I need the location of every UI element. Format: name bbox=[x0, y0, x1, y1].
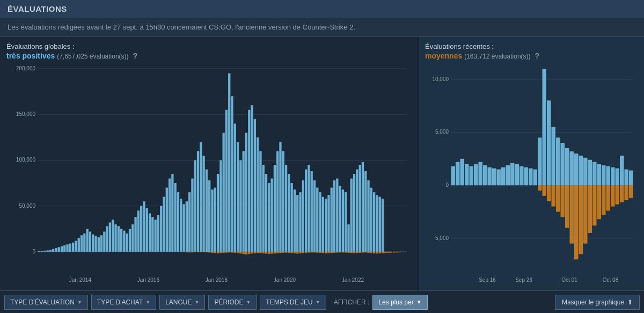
right-help-icon[interactable]: ? bbox=[535, 52, 539, 60]
hide-graph-label: Masquer le graphique bbox=[562, 299, 624, 306]
right-rating-value: moyennes bbox=[425, 52, 462, 60]
filter-type-achat[interactable]: TYPE D'ACHAT ▼ bbox=[91, 295, 156, 310]
sort-dropdown-arrow-icon: ▼ bbox=[416, 299, 422, 305]
footer-bar: TYPE D'ÉVALUATION ▼ TYPE D'ACHAT ▼ LANGU… bbox=[0, 290, 644, 313]
chevron-up-icon: ⬆ bbox=[627, 299, 633, 306]
dropdown-arrow-icon: ▼ bbox=[316, 300, 320, 305]
filter-langue[interactable]: LANGUE ▼ bbox=[159, 295, 205, 310]
sort-select-value: Les plus per bbox=[378, 299, 413, 306]
left-panel-title: Évaluations globales : bbox=[6, 42, 411, 50]
left-panel-rating: très positives (7,657,025 évaluation(s))… bbox=[6, 52, 411, 60]
dropdown-arrow-icon: ▼ bbox=[195, 300, 200, 305]
charts-area: Évaluations globales : très positives (7… bbox=[0, 37, 644, 290]
left-chart-container bbox=[6, 63, 411, 286]
page-title: ÉVALUATIONS bbox=[8, 4, 67, 13]
right-chart-canvas bbox=[425, 63, 638, 286]
filter-periode[interactable]: PÉRIODE ▼ bbox=[208, 295, 257, 310]
left-rating-count: (7,657,025 évaluation(s)) bbox=[57, 53, 128, 60]
main-container: ÉVALUATIONS Les évaluations rédigées ava… bbox=[0, 0, 644, 313]
filter-type-evaluation[interactable]: TYPE D'ÉVALUATION ▼ bbox=[4, 295, 88, 310]
left-chart-canvas bbox=[6, 63, 411, 286]
left-help-icon[interactable]: ? bbox=[133, 52, 137, 60]
filter-temps-jeu-label: TEMPS DE JEU bbox=[266, 299, 312, 306]
filter-type-achat-label: TYPE D'ACHAT bbox=[97, 299, 143, 306]
filter-periode-label: PÉRIODE bbox=[214, 299, 243, 306]
dropdown-arrow-icon: ▼ bbox=[246, 300, 251, 305]
filter-temps-jeu[interactable]: TEMPS DE JEU ▼ bbox=[260, 295, 326, 310]
right-panel: Évaluations récentes : moyennes (163,712… bbox=[419, 37, 644, 290]
right-rating-count: (163,712 évaluation(s)) bbox=[464, 53, 530, 60]
filter-type-evaluation-label: TYPE D'ÉVALUATION bbox=[10, 299, 75, 306]
right-panel-rating: moyennes (163,712 évaluation(s)) ? bbox=[425, 52, 638, 60]
right-chart-container bbox=[425, 63, 638, 286]
dropdown-arrow-icon: ▼ bbox=[77, 300, 82, 305]
dropdown-arrow-icon: ▼ bbox=[145, 300, 150, 305]
left-panel: Évaluations globales : très positives (7… bbox=[0, 37, 419, 290]
sort-select-button[interactable]: Les plus per ▼ bbox=[372, 295, 427, 310]
notice-bar: Les évaluations rédigées avant le 27 sep… bbox=[0, 18, 644, 37]
afficher-label: AFFICHER : bbox=[334, 299, 370, 306]
right-panel-title: Évaluations récentes : bbox=[425, 42, 638, 50]
hide-graph-button[interactable]: Masquer le graphique ⬆ bbox=[555, 295, 640, 310]
page-header: ÉVALUATIONS bbox=[0, 0, 644, 18]
notice-text: Les évaluations rédigées avant le 27 sep… bbox=[8, 23, 355, 31]
left-rating-value: très positives bbox=[6, 52, 55, 60]
filter-langue-label: LANGUE bbox=[165, 299, 192, 306]
